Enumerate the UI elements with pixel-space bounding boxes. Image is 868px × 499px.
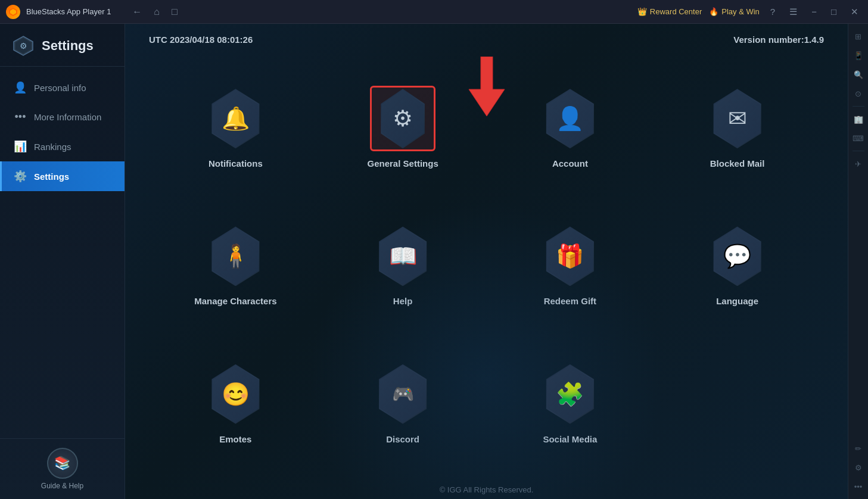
personal-info-icon: 👤 [14, 81, 27, 94]
app-title: BlueStacks App Player 1 [26, 7, 111, 16]
social-media-icon-wrap: 🧩 [537, 361, 603, 427]
edge-btn-7[interactable]: ✈ [851, 156, 866, 171]
guide-help-label: Guide & Help [41, 482, 83, 490]
reward-center-button[interactable]: 👑 Reward Center [637, 7, 702, 16]
settings-icon: ⚙️ [14, 170, 27, 183]
blocked-mail-icon: ✉ [728, 105, 747, 132]
discord-icon-wrap: 🎮 [370, 361, 435, 427]
panel-version: Version number:1.4.9 [733, 35, 824, 45]
sidebar-header: ⚙ Settings [0, 24, 125, 67]
emotes-label: Emotes [219, 434, 251, 444]
svg-text:⚙: ⚙ [20, 41, 27, 51]
grid-item-manage-characters[interactable]: 🧍 Manage Characters [194, 223, 276, 306]
notifications-label: Notifications [209, 158, 263, 169]
grid-item-language[interactable]: 💬 Language [705, 223, 770, 306]
general-settings-icon: ⚙ [393, 105, 413, 132]
restore-button[interactable]: □ [827, 4, 840, 19]
edge-btn-8[interactable]: ✏ [851, 441, 866, 456]
main-layout: ⚙ Settings 👤 Personal info ••• More Info… [0, 24, 868, 499]
settings-grid: 🔔 Notifications ⚙ General Settings [125, 55, 848, 481]
menu-button[interactable]: ☰ [786, 4, 801, 20]
home-button[interactable]: ⌂ [150, 4, 163, 20]
help-button[interactable]: ? [767, 4, 779, 19]
general-settings-diamond: ⚙ [375, 89, 430, 148]
notifications-diamond: 🔔 [206, 89, 265, 148]
panel-timestamp: UTC 2023/04/18 08:01:26 [149, 35, 253, 45]
minimize-button[interactable]: − [808, 4, 820, 19]
emotes-icon-wrap: 😊 [203, 361, 268, 427]
grid-item-redeem-gift[interactable]: 🎁 Redeem Gift [537, 223, 603, 306]
notifications-icon-wrap: 🔔 [203, 86, 268, 151]
sidebar-item-label-personal: Personal info [34, 83, 86, 93]
general-settings-label: General Settings [368, 158, 438, 169]
sidebar-item-label-settings: Settings [34, 171, 69, 182]
redeem-gift-icon-wrap: 🎁 [537, 223, 603, 289]
social-media-diamond: 🧩 [540, 364, 600, 424]
grid-item-notifications[interactable]: 🔔 Notifications [203, 86, 268, 169]
top-bar: BlueStacks App Player 1 ← ⌂ □ 👑 Reward C… [0, 0, 868, 24]
right-edge-bar: ⊞ 📱 🔍 ⊙ 🏢 ⌨ ✈ ✏ ⚙ ••• [848, 24, 868, 499]
top-bar-right: 👑 Reward Center 🔥 Play & Win ? ☰ − □ ✕ [637, 4, 862, 20]
app-logo [6, 5, 20, 19]
language-diamond: 💬 [708, 226, 767, 286]
reward-icon: 👑 [637, 7, 647, 16]
edge-btn-5[interactable]: 🏢 [851, 111, 866, 127]
sidebar-item-rankings[interactable]: 📊 Rankings [0, 132, 125, 161]
nav-buttons: ← ⌂ □ [129, 4, 181, 20]
account-label: Account [552, 158, 588, 169]
guide-help-icon: 📚 [47, 448, 78, 479]
back-button[interactable]: ← [129, 4, 145, 20]
close-button[interactable]: ✕ [847, 4, 862, 20]
grid-item-discord[interactable]: 🎮 Discord [370, 361, 435, 444]
sidebar-nav: 👤 Personal info ••• More Information 📊 R… [0, 67, 125, 438]
discord-diamond: 🎮 [373, 364, 433, 424]
social-media-icon: 🧩 [556, 381, 584, 407]
tabs-button[interactable]: □ [168, 4, 181, 20]
language-icon: 💬 [723, 243, 751, 269]
language-icon-wrap: 💬 [705, 223, 770, 289]
grid-item-blocked-mail[interactable]: ✉ Blocked Mail [705, 86, 770, 169]
grid-item-help[interactable]: 📖 Help [370, 223, 435, 306]
grid-item-account[interactable]: 👤 Account [537, 86, 603, 169]
grid-item-social-media[interactable]: 🧩 Social Media [537, 361, 603, 444]
account-icon: 👤 [556, 105, 584, 132]
manage-characters-icon-wrap: 🧍 [203, 223, 268, 289]
manage-characters-label: Manage Characters [194, 296, 276, 306]
emotes-icon: 😊 [222, 381, 250, 407]
panel-footer: © IGG All Rights Reserved. [125, 481, 848, 499]
help-diamond: 📖 [373, 226, 433, 286]
edge-separator-1 [853, 106, 864, 107]
settings-header-icon: ⚙ [12, 35, 35, 57]
edge-btn-3[interactable]: 🔍 [851, 67, 866, 82]
edge-btn-6[interactable]: ⌨ [851, 130, 866, 146]
play-win-button[interactable]: 🔥 Play & Win [709, 7, 760, 16]
edge-btn-4[interactable]: ⊙ [851, 86, 866, 101]
sidebar-item-label-more: More Information [34, 112, 101, 122]
sidebar-item-more-information[interactable]: ••• More Information [0, 102, 125, 132]
edge-btn-2[interactable]: 📱 [851, 48, 866, 63]
sidebar-item-personal-info[interactable]: 👤 Personal info [0, 73, 125, 102]
edge-btn-1[interactable]: ⊞ [851, 29, 866, 44]
blocked-mail-diamond: ✉ [708, 89, 767, 148]
edge-btn-9[interactable]: ⚙ [851, 460, 866, 475]
general-settings-icon-wrap: ⚙ [370, 86, 435, 151]
help-icon: 📖 [389, 243, 417, 269]
redeem-gift-icon: 🎁 [556, 243, 584, 269]
emotes-diamond: 😊 [206, 364, 265, 424]
social-media-label: Social Media [543, 434, 597, 444]
manage-characters-icon: 🧍 [222, 243, 250, 269]
help-icon-wrap: 📖 [370, 223, 435, 289]
play-win-icon: 🔥 [709, 7, 718, 16]
language-label: Language [716, 296, 758, 306]
panel-header: UTC 2023/04/18 08:01:26 Version number:1… [125, 24, 848, 55]
grid-item-general-settings[interactable]: ⚙ General Settings [368, 86, 438, 169]
discord-label: Discord [386, 434, 419, 444]
more-info-icon: ••• [14, 111, 27, 123]
grid-item-emotes[interactable]: 😊 Emotes [203, 361, 268, 444]
account-diamond: 👤 [540, 89, 600, 148]
sidebar-title: Settings [42, 38, 94, 54]
guide-help-button[interactable]: 📚 Guide & Help [12, 448, 113, 490]
blocked-mail-label: Blocked Mail [710, 158, 765, 169]
notifications-icon: 🔔 [222, 105, 250, 132]
sidebar-item-settings[interactable]: ⚙️ Settings [0, 161, 125, 191]
